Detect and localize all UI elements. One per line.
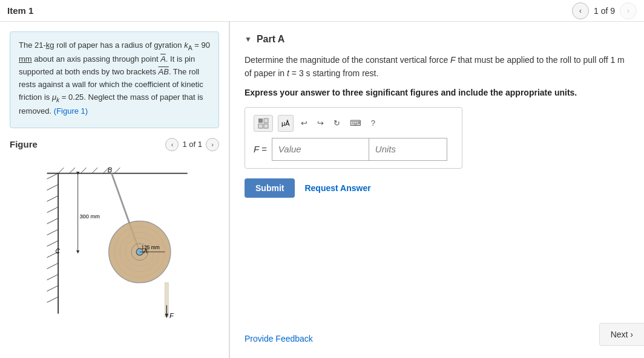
svg-rect-33 [258,119,263,123]
next-item-button[interactable]: › [620,2,637,19]
problem-description: The 21-kg roll of paper has a radius of … [10,31,219,128]
svg-line-2 [47,173,59,178]
svg-rect-35 [258,124,263,128]
page-info: 1 of 9 [594,6,615,16]
redo-button[interactable]: ↪ [315,117,326,129]
refresh-button[interactable]: ↻ [331,117,343,129]
keyboard-button[interactable]: ⌨ [347,117,364,129]
main-layout: The 21-kg roll of paper has a radius of … [0,22,644,358]
svg-line-7 [47,229,59,235]
figure-prev-button[interactable]: ‹ [165,138,179,151]
matrix-icon [258,118,269,129]
collapse-button[interactable]: ▼ [245,35,252,44]
provide-feedback-link[interactable]: Provide Feedback [245,334,313,343]
svg-line-4 [47,195,59,201]
units-input[interactable] [369,138,447,161]
units-instruction: Express your answer to three significant… [245,88,629,97]
svg-line-12 [47,285,59,291]
svg-line-20 [114,168,120,173]
request-answer-link[interactable]: Request Answer [304,183,370,193]
svg-line-13 [47,297,59,302]
right-panel: ▼ Part A Determine the magnitude of the … [230,22,644,358]
svg-line-18 [92,168,97,173]
svg-line-5 [47,207,59,212]
problem-statement: Determine the magnitude of the constant … [245,53,629,80]
mu-symbol: μÅ [281,120,290,127]
svg-line-16 [70,168,75,173]
prev-item-button[interactable]: ‹ [572,2,589,19]
svg-line-11 [47,274,59,279]
figure-page: 1 of 1 [182,140,202,149]
value-input[interactable] [272,138,369,161]
figure-next-button[interactable]: › [206,138,219,151]
part-a-header: ▼ Part A [245,34,629,45]
part-title: Part A [257,34,285,45]
label-b: B [108,166,113,173]
figure-nav: ‹ 1 of 1 › [165,138,219,151]
label-c: C [56,248,61,255]
next-button[interactable]: Next › [599,323,644,346]
problem-text: The 21-kg roll of paper has a radius of … [19,39,210,118]
svg-rect-36 [264,124,268,128]
figure-diagram: B 300 mm A 125 mm [30,162,199,319]
dim-300: 300 mm [79,213,100,220]
figure-header: Figure ‹ 1 of 1 › [10,138,219,151]
pagination-controls: ‹ 1 of 9 › [572,2,637,19]
answer-container: μÅ ↩ ↪ ↻ ⌨ ? F = [245,107,462,169]
left-panel: The 21-kg roll of paper has a radius of … [0,22,230,358]
svg-rect-34 [264,119,268,123]
svg-line-6 [47,218,59,224]
undo-button[interactable]: ↩ [298,117,310,129]
svg-line-8 [47,241,59,246]
dim-125: 125 mm [142,244,160,250]
matrix-button[interactable] [254,115,273,132]
action-row: Submit Request Answer [245,178,629,198]
top-bar: Item 1 ‹ 1 of 9 › [0,0,644,22]
figure-area: B 300 mm A 125 mm [10,156,219,325]
input-row: F = [254,138,453,161]
svg-line-3 [47,184,59,190]
figure-link[interactable]: (Figure 1) [54,106,88,116]
svg-line-15 [58,168,64,173]
help-button[interactable]: ? [369,117,378,129]
answer-toolbar: μÅ ↩ ↪ ↻ ⌨ ? [254,115,453,132]
svg-line-17 [80,168,86,173]
figure-title: Figure [10,139,38,149]
label-f: F [169,312,174,319]
item-title: Item 1 [7,5,33,16]
svg-line-10 [47,263,59,268]
f-label: F = [254,144,267,154]
submit-button[interactable]: Submit [245,178,295,198]
symbol-button[interactable]: μÅ [278,115,294,132]
